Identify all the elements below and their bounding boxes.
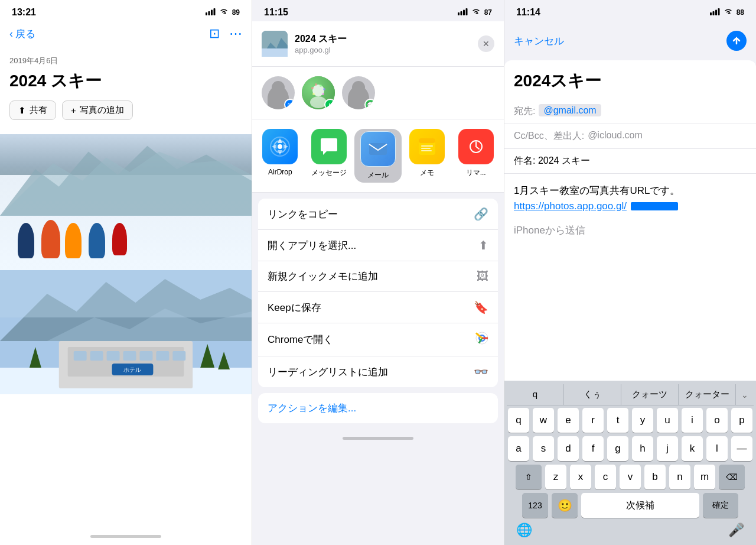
contact-item-3[interactable]: 💬: [342, 76, 375, 109]
ski-photo-2[interactable]: ホテル: [0, 270, 252, 394]
key-g[interactable]: g: [607, 436, 628, 461]
battery-icon-2: 87: [484, 8, 492, 17]
key-a[interactable]: a: [508, 436, 529, 461]
contact-avatar-2: L: [302, 76, 335, 109]
edit-actions-button[interactable]: アクションを編集...: [268, 403, 356, 414]
copy-link-action[interactable]: リンクをコピー 🔗: [258, 199, 498, 230]
key-c[interactable]: c: [595, 465, 616, 489]
shift-key[interactable]: ⇧: [516, 465, 542, 489]
key-m[interactable]: m: [694, 465, 715, 489]
key-d[interactable]: d: [558, 436, 579, 461]
signature: iPhoneから送信: [514, 223, 747, 238]
contact-avatar-3: 💬: [342, 76, 375, 109]
svg-point-36: [320, 85, 322, 87]
kb-sug-expand[interactable]: ⌄: [736, 384, 754, 405]
svg-point-37: [323, 88, 325, 90]
key-x[interactable]: x: [570, 465, 591, 489]
apps-row: AirDrop メッセージ メール: [252, 119, 504, 193]
key-dash[interactable]: —: [731, 436, 752, 461]
photo-grid: ホテル: [0, 134, 252, 527]
notes-app-icon: [409, 129, 445, 164]
key-q[interactable]: q: [508, 408, 529, 433]
more-icon[interactable]: ⋯: [229, 26, 242, 41]
key-f[interactable]: f: [582, 436, 604, 461]
airdrop-app-item[interactable]: AirDrop: [257, 129, 304, 183]
airdrop-app-icon: [262, 129, 298, 164]
signal-icon-1: [206, 8, 216, 17]
num-switch-key[interactable]: 123: [522, 493, 548, 518]
share-button[interactable]: ⬆ 共有: [9, 100, 56, 120]
key-k[interactable]: k: [682, 436, 703, 461]
kb-sug-kvotz[interactable]: クォーツ: [621, 384, 679, 405]
quick-memo-action[interactable]: 新規クイックメモに追加 🖼: [258, 261, 498, 292]
share-sheet-url: app.goo.gl: [295, 46, 471, 54]
mail-app-item[interactable]: メール: [354, 129, 401, 183]
chrome-open-action[interactable]: Chromeで開く: [258, 323, 498, 356]
key-n[interactable]: n: [669, 465, 690, 489]
airplay-icon[interactable]: ⊡: [209, 26, 220, 41]
status-time-3: 11:14: [516, 7, 540, 18]
email-compose-header: キャンセル: [504, 21, 756, 60]
panel-email: 11:14 88 キャンセル 2024スキー 宛先: @gmail.com: [504, 0, 756, 545]
open-app-action[interactable]: 開くアプリを選択... ⬆: [258, 230, 498, 261]
key-o[interactable]: o: [706, 408, 728, 433]
kb-sug-ku[interactable]: くぅ: [564, 384, 621, 405]
notes-app-item[interactable]: メモ: [404, 129, 451, 183]
key-i[interactable]: i: [682, 408, 703, 433]
status-bar-2: 11:15 87: [252, 0, 504, 21]
cancel-button[interactable]: キャンセル: [514, 34, 564, 48]
key-p[interactable]: p: [731, 408, 752, 433]
keep-save-action[interactable]: Keepに保存 🔖: [258, 292, 498, 323]
kb-sug-kvoter[interactable]: クォーター: [679, 384, 736, 405]
space-key[interactable]: 次候補: [581, 493, 699, 518]
subject-field: 件名: 2024 スキー: [504, 149, 756, 174]
key-j[interactable]: j: [657, 436, 678, 461]
body-line-1: 1月スキー教室の写真共有URLです。: [514, 183, 747, 199]
status-bar-3: 11:14 88: [504, 0, 756, 21]
kb-row-2: a s d f g h j k l —: [507, 436, 754, 461]
contact-item-1[interactable]: ✉: [262, 76, 295, 109]
share-icon: ⬆: [18, 105, 26, 116]
key-u[interactable]: u: [657, 408, 678, 433]
messages-app-item[interactable]: メッセージ: [306, 129, 353, 183]
key-t[interactable]: t: [607, 408, 628, 433]
ski-photo-1[interactable]: [0, 134, 252, 270]
send-button[interactable]: [726, 31, 747, 51]
link-icon: 🔗: [474, 207, 488, 221]
status-icons-1: 89: [206, 8, 240, 17]
email-body[interactable]: 1月スキー教室の写真共有URLです。 https://photos.app.go…: [504, 174, 756, 381]
key-z[interactable]: z: [545, 465, 566, 489]
add-photo-button[interactable]: + 写真の追加: [62, 100, 133, 120]
kb-sug-q[interactable]: q: [507, 384, 564, 405]
key-w[interactable]: w: [533, 408, 554, 433]
svg-rect-27: [463, 9, 465, 15]
battery-icon-3: 88: [737, 8, 744, 17]
globe-icon[interactable]: 🌐: [516, 523, 532, 538]
emoji-key[interactable]: 🙂: [552, 493, 578, 518]
to-field[interactable]: 宛先: @gmail.com: [504, 99, 756, 124]
delete-key[interactable]: ⌫: [719, 465, 745, 489]
key-r[interactable]: r: [582, 408, 604, 433]
share-thumbnail: [262, 31, 288, 57]
key-h[interactable]: h: [632, 436, 653, 461]
key-e[interactable]: e: [558, 408, 579, 433]
svg-point-35: [315, 83, 317, 86]
cc-field[interactable]: Cc/Bcc、差出人: @icloud.com: [504, 124, 756, 149]
kb-suggestion-row: q くぅ クォーツ クォーター ⌄: [507, 384, 754, 405]
back-button[interactable]: ‹ 戻る: [9, 27, 35, 41]
contact-item-2[interactable]: L: [302, 76, 335, 109]
done-key[interactable]: 確定: [703, 493, 738, 518]
key-v[interactable]: v: [620, 465, 641, 489]
cc-value: @icloud.com: [588, 130, 643, 142]
share-close-button[interactable]: ✕: [478, 35, 494, 52]
bookmark-icon: 🔖: [474, 300, 488, 314]
reminder-app-item[interactable]: リマ...: [452, 129, 499, 183]
status-time-2: 11:15: [264, 7, 288, 18]
key-b[interactable]: b: [644, 465, 666, 489]
reading-list-action[interactable]: リーディングリストに追加 👓: [258, 356, 498, 387]
email-compose-title: 2024スキー: [504, 60, 756, 99]
key-y[interactable]: y: [632, 408, 653, 433]
mic-icon[interactable]: 🎤: [728, 523, 744, 538]
key-l[interactable]: l: [706, 436, 728, 461]
key-s[interactable]: s: [533, 436, 554, 461]
